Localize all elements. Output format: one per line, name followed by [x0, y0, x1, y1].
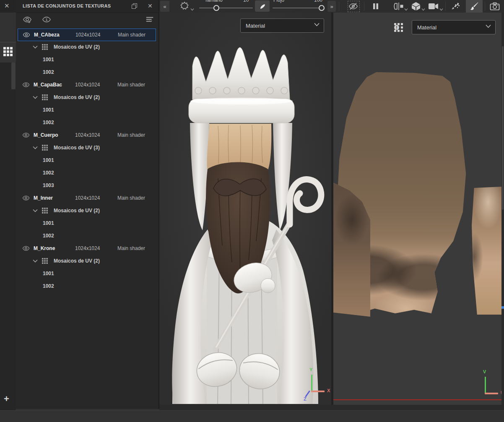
viewport-2d-uv[interactable]: ! Material V U: [333, 13, 501, 405]
right-scrollbar[interactable]: [501, 13, 504, 405]
uv-tile-row[interactable]: 1001: [16, 154, 158, 167]
expand-toolbar-button[interactable]: »: [327, 1, 336, 12]
visibility-eye-icon[interactable]: [23, 31, 30, 38]
uv-island-bottom-right[interactable]: [472, 187, 501, 315]
uv-tile-label: 1002: [43, 120, 54, 125]
chevron-down-icon[interactable]: [421, 8, 425, 11]
texture-set-row[interactable]: M_CAbeza 1024x1024 Main shader: [18, 29, 156, 41]
grid-icon[interactable]: [3, 47, 13, 56]
list-options-icon[interactable]: [145, 16, 154, 24]
king-3d-model[interactable]: [166, 36, 325, 405]
uv-tile-row[interactable]: 1002: [16, 167, 158, 180]
texture-set-shader: Main shader: [117, 132, 145, 138]
texture-set-row[interactable]: M_Inner 1024x1024 Main shader: [16, 192, 158, 205]
flow-slider-knob[interactable]: [319, 5, 325, 11]
left-dock: ✕ +: [0, 0, 16, 410]
symmetry-icon[interactable]: [393, 2, 405, 10]
float-window-icon[interactable]: [132, 3, 137, 9]
display-mode-value: Material: [417, 24, 436, 31]
texture-set-row[interactable]: M_CapaBac 1024x1024 Main shader: [16, 79, 158, 91]
texture-set-name: M_Inner: [34, 195, 53, 201]
camera-view-icon[interactable]: [428, 3, 439, 10]
chevron-down-icon[interactable]: [33, 259, 38, 263]
texture-set-resolution: 1024x1024: [75, 32, 100, 38]
photo-camera-icon[interactable]: [490, 2, 500, 10]
uv-tile-label: 1001: [43, 271, 54, 276]
uv-tiles-group-label: Mosaicos de UV (3): [54, 145, 100, 151]
chevron-down-icon[interactable]: [439, 8, 443, 11]
visibility-eye-icon[interactable]: [22, 195, 30, 201]
substance-painter-window: ✕ + LISTA DE CONJUNTOS DE TEXTURAS ✕: [0, 0, 504, 422]
uv-tile-row[interactable]: 1002: [16, 280, 158, 293]
chevron-down-icon[interactable]: [33, 45, 38, 49]
uv-tile-border-line: [333, 399, 501, 400]
toggle-all-visibility-icon[interactable]: [23, 16, 32, 24]
texture-set-shader: Main shader: [118, 32, 145, 38]
chevron-down-icon: [314, 23, 320, 26]
collapse-toolbar-button[interactable]: «: [160, 1, 169, 12]
viewport-3d[interactable]: Material: [159, 13, 331, 405]
brush-preset-icon[interactable]: [179, 1, 190, 11]
size-slider[interactable]: [199, 8, 253, 8]
uv-tile-label: 1002: [43, 233, 54, 239]
visibility-eye-icon[interactable]: [22, 81, 30, 88]
texture-set-name: M_Cuerpo: [34, 132, 58, 138]
solo-visibility-icon[interactable]: 1: [42, 16, 51, 24]
pause-engine-icon[interactable]: [372, 3, 379, 10]
uv-tile-row[interactable]: 1001: [16, 217, 158, 230]
uv-tile-row[interactable]: 1001: [16, 268, 158, 280]
uv-tile-row[interactable]: 1001: [16, 54, 158, 66]
flow-slider[interactable]: [273, 8, 324, 8]
display-mode-value: Material: [246, 23, 265, 29]
uv-grid-icon: [42, 44, 48, 50]
size-slider-knob[interactable]: [213, 5, 219, 11]
visibility-eye-icon[interactable]: [22, 132, 30, 138]
uv-tile-label: 1001: [43, 157, 54, 163]
close-icon[interactable]: ✕: [4, 2, 10, 10]
uv-tiles-group-row[interactable]: Mosaicos de UV (2): [16, 91, 158, 104]
uv-grid-icon: [42, 94, 48, 100]
dock-scrollbar[interactable]: [11, 63, 16, 89]
brush-tip-button[interactable]: [255, 0, 270, 12]
uv-tiles-group-label: Mosaicos de UV (2): [54, 258, 100, 264]
texture-set-shader: Main shader: [117, 82, 145, 88]
display-mode-dropdown-2d[interactable]: Material: [412, 20, 496, 34]
axis-y-label: Y: [309, 367, 312, 372]
chevron-down-icon[interactable]: [404, 8, 408, 11]
uv-tile-row[interactable]: 1002: [16, 66, 158, 79]
axis-x-label: X: [327, 388, 330, 393]
paint-brush-tool-icon[interactable]: [470, 2, 479, 11]
display-mode-dropdown-3d[interactable]: Material: [240, 18, 324, 33]
chevron-down-icon[interactable]: [190, 8, 194, 11]
tool-options-bar: « Tamaño 10 Flujo 100 »: [159, 0, 504, 13]
uv-tile-row[interactable]: 1003: [16, 180, 158, 192]
uv-tiles-group-row[interactable]: Mosaicos de UV (2): [16, 205, 158, 217]
chevron-down-icon[interactable]: [33, 95, 38, 99]
uv-tile-info-icon[interactable]: !: [394, 23, 403, 32]
uv-tiles-group-row[interactable]: Mosaicos de UV (3): [16, 142, 158, 154]
close-icon[interactable]: ✕: [148, 3, 153, 9]
texture-set-resolution: 1024x1024: [75, 195, 100, 201]
uv-tile-label: 1002: [43, 69, 54, 75]
uv-tile-label: 1002: [43, 283, 54, 289]
uv-tiles-group-row[interactable]: Mosaicos de UV (2): [16, 255, 158, 268]
texture-set-resolution: 1024x1024: [75, 132, 100, 138]
scrollbar-thumb[interactable]: [502, 46, 504, 210]
visibility-eye-icon[interactable]: [22, 245, 30, 252]
cube-3d-view-icon[interactable]: [411, 2, 421, 11]
uv-tile-row[interactable]: 1002: [16, 117, 158, 129]
particles-icon[interactable]: [450, 2, 460, 11]
texture-set-row[interactable]: M_Krone 1024x1024 Main shader: [16, 242, 158, 255]
status-bar: [0, 410, 504, 422]
uv-tile-row[interactable]: 1002: [16, 230, 158, 242]
uv-tiles-group-row[interactable]: Mosaicos de UV (2): [16, 41, 158, 54]
texture-set-name: M_CAbeza: [34, 32, 60, 38]
chevron-down-icon[interactable]: [33, 146, 38, 150]
eye-slash-icon[interactable]: [348, 2, 358, 10]
add-button[interactable]: +: [4, 393, 9, 404]
divider: [364, 2, 364, 11]
uv-tile-row[interactable]: 1001: [16, 104, 158, 117]
chevron-down-icon[interactable]: [33, 208, 38, 213]
scrollbar-marker: [501, 306, 504, 309]
texture-set-row[interactable]: M_Cuerpo 1024x1024 Main shader: [16, 129, 158, 142]
